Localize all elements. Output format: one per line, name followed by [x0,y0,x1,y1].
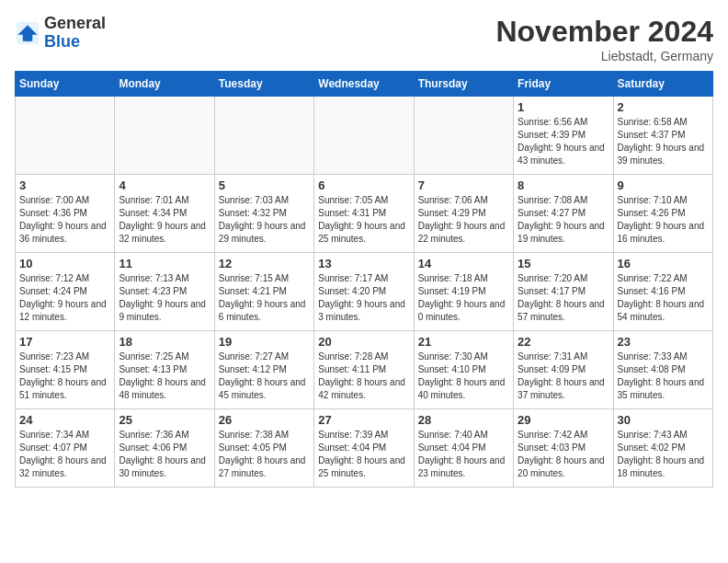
day-info: Sunrise: 7:28 AM Sunset: 4:11 PM Dayligh… [318,350,409,402]
logo: General Blue [15,15,106,52]
calendar-cell: 10Sunrise: 7:12 AM Sunset: 4:24 PM Dayli… [16,253,115,331]
day-info: Sunrise: 7:00 AM Sunset: 4:36 PM Dayligh… [19,194,110,246]
day-info: Sunrise: 7:27 AM Sunset: 4:12 PM Dayligh… [219,350,310,402]
calendar-cell [314,97,414,175]
calendar-table: SundayMondayTuesdayWednesdayThursdayFrid… [15,71,713,488]
calendar-cell: 8Sunrise: 7:08 AM Sunset: 4:27 PM Daylig… [514,175,613,253]
weekday-header-thursday: Thursday [414,72,513,97]
day-number: 8 [518,178,609,192]
logo-general-text: General [44,14,106,32]
title-block: November 2024 Liebstadt, Germany [495,15,713,63]
day-info: Sunrise: 7:30 AM Sunset: 4:10 PM Dayligh… [418,350,509,402]
day-info: Sunrise: 7:42 AM Sunset: 4:03 PM Dayligh… [518,429,609,480]
month-title: November 2024 [495,15,713,49]
calendar-cell [214,97,313,175]
calendar-cell: 7Sunrise: 7:06 AM Sunset: 4:29 PM Daylig… [414,175,513,253]
day-number: 9 [618,178,709,192]
calendar-cell: 9Sunrise: 7:10 AM Sunset: 4:26 PM Daylig… [613,175,712,253]
day-number: 30 [618,413,709,427]
day-info: Sunrise: 7:13 AM Sunset: 4:23 PM Dayligh… [119,272,210,324]
day-info: Sunrise: 7:33 AM Sunset: 4:08 PM Dayligh… [618,350,709,402]
day-number: 3 [19,178,110,192]
day-info: Sunrise: 6:58 AM Sunset: 4:37 PM Dayligh… [618,116,709,167]
calendar-cell: 28Sunrise: 7:40 AM Sunset: 4:04 PM Dayli… [414,409,513,488]
day-info: Sunrise: 7:36 AM Sunset: 4:06 PM Dayligh… [119,429,210,480]
day-number: 10 [19,257,110,270]
day-info: Sunrise: 7:15 AM Sunset: 4:21 PM Dayligh… [219,272,310,324]
logo-icon [15,20,40,46]
calendar-cell: 15Sunrise: 7:20 AM Sunset: 4:17 PM Dayli… [514,253,613,331]
page-header: General Blue November 2024 Liebstadt, Ge… [15,15,713,63]
day-number: 23 [618,335,709,349]
day-number: 22 [518,335,609,349]
day-number: 1 [518,100,609,114]
week-row-1: 1Sunrise: 6:56 AM Sunset: 4:39 PM Daylig… [16,97,713,175]
day-info: Sunrise: 7:12 AM Sunset: 4:24 PM Dayligh… [19,272,110,324]
calendar-cell: 26Sunrise: 7:38 AM Sunset: 4:05 PM Dayli… [214,409,313,488]
calendar-cell: 20Sunrise: 7:28 AM Sunset: 4:11 PM Dayli… [314,331,414,409]
day-number: 24 [19,413,110,427]
day-number: 15 [518,257,609,270]
calendar-cell: 4Sunrise: 7:01 AM Sunset: 4:34 PM Daylig… [115,175,214,253]
day-number: 6 [318,178,409,192]
day-info: Sunrise: 7:17 AM Sunset: 4:20 PM Dayligh… [318,272,409,324]
day-number: 11 [119,257,210,270]
day-info: Sunrise: 7:18 AM Sunset: 4:19 PM Dayligh… [418,272,509,324]
calendar-cell: 2Sunrise: 6:58 AM Sunset: 4:37 PM Daylig… [613,97,712,175]
calendar-cell: 18Sunrise: 7:25 AM Sunset: 4:13 PM Dayli… [115,331,214,409]
calendar-cell: 14Sunrise: 7:18 AM Sunset: 4:19 PM Dayli… [414,253,513,331]
day-info: Sunrise: 7:01 AM Sunset: 4:34 PM Dayligh… [119,194,210,246]
logo-blue-text: Blue [44,32,80,51]
day-info: Sunrise: 7:10 AM Sunset: 4:26 PM Dayligh… [618,194,709,246]
calendar-cell: 27Sunrise: 7:39 AM Sunset: 4:04 PM Dayli… [314,409,414,488]
day-number: 2 [618,100,709,114]
day-info: Sunrise: 7:06 AM Sunset: 4:29 PM Dayligh… [418,194,509,246]
calendar-cell [115,97,214,175]
calendar-cell: 30Sunrise: 7:43 AM Sunset: 4:02 PM Dayli… [613,409,712,488]
calendar-cell: 16Sunrise: 7:22 AM Sunset: 4:16 PM Dayli… [613,253,712,331]
calendar-cell: 23Sunrise: 7:33 AM Sunset: 4:08 PM Dayli… [613,331,712,409]
day-info: Sunrise: 7:20 AM Sunset: 4:17 PM Dayligh… [518,272,609,324]
day-info: Sunrise: 7:39 AM Sunset: 4:04 PM Dayligh… [318,429,409,480]
day-info: Sunrise: 7:38 AM Sunset: 4:05 PM Dayligh… [219,429,310,480]
day-number: 17 [19,335,110,349]
calendar-cell: 19Sunrise: 7:27 AM Sunset: 4:12 PM Dayli… [214,331,313,409]
day-number: 13 [318,257,409,270]
day-info: Sunrise: 7:05 AM Sunset: 4:31 PM Dayligh… [318,194,409,246]
day-info: Sunrise: 7:23 AM Sunset: 4:15 PM Dayligh… [19,350,110,402]
day-number: 7 [418,178,509,192]
day-number: 12 [219,257,310,270]
calendar-cell: 11Sunrise: 7:13 AM Sunset: 4:23 PM Dayli… [115,253,214,331]
location: Liebstadt, Germany [495,49,713,63]
weekday-header-wednesday: Wednesday [314,72,414,97]
calendar-cell [414,97,513,175]
day-info: Sunrise: 7:43 AM Sunset: 4:02 PM Dayligh… [618,429,709,480]
week-row-2: 3Sunrise: 7:00 AM Sunset: 4:36 PM Daylig… [16,175,713,253]
day-info: Sunrise: 7:03 AM Sunset: 4:32 PM Dayligh… [219,194,310,246]
calendar-cell: 21Sunrise: 7:30 AM Sunset: 4:10 PM Dayli… [414,331,513,409]
day-number: 29 [518,413,609,427]
calendar-cell: 22Sunrise: 7:31 AM Sunset: 4:09 PM Dayli… [514,331,613,409]
weekday-header-friday: Friday [514,72,613,97]
day-number: 18 [119,335,210,349]
weekday-header-monday: Monday [115,72,214,97]
day-info: Sunrise: 7:08 AM Sunset: 4:27 PM Dayligh… [518,194,609,246]
weekday-header-tuesday: Tuesday [214,72,313,97]
day-number: 19 [219,335,310,349]
calendar-cell [16,97,115,175]
day-number: 4 [119,178,210,192]
day-number: 21 [418,335,509,349]
calendar-cell: 13Sunrise: 7:17 AM Sunset: 4:20 PM Dayli… [314,253,414,331]
calendar-cell: 3Sunrise: 7:00 AM Sunset: 4:36 PM Daylig… [16,175,115,253]
week-row-5: 24Sunrise: 7:34 AM Sunset: 4:07 PM Dayli… [16,409,713,488]
weekday-header-saturday: Saturday [613,72,712,97]
calendar-cell: 1Sunrise: 6:56 AM Sunset: 4:39 PM Daylig… [514,97,613,175]
svg-rect-2 [25,35,29,41]
week-row-3: 10Sunrise: 7:12 AM Sunset: 4:24 PM Dayli… [16,253,713,331]
day-number: 14 [418,257,509,270]
calendar-cell: 5Sunrise: 7:03 AM Sunset: 4:32 PM Daylig… [214,175,313,253]
weekday-header-row: SundayMondayTuesdayWednesdayThursdayFrid… [16,72,713,97]
calendar-cell: 6Sunrise: 7:05 AM Sunset: 4:31 PM Daylig… [314,175,414,253]
weekday-header-sunday: Sunday [16,72,115,97]
calendar-cell: 12Sunrise: 7:15 AM Sunset: 4:21 PM Dayli… [214,253,313,331]
